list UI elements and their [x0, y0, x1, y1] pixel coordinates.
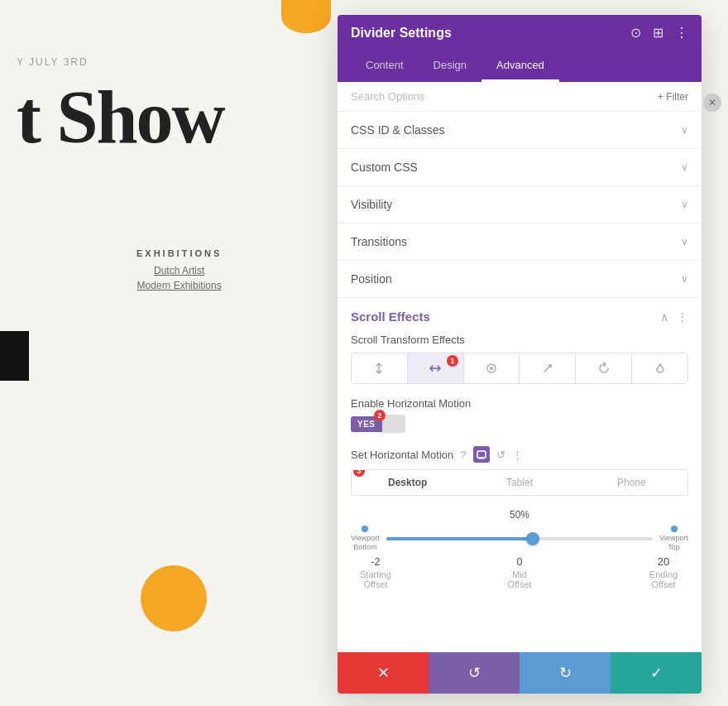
transform-skew-btn[interactable]	[520, 353, 576, 383]
toggle-wrapper: YES 2	[351, 415, 688, 433]
panel-footer: ✕ ↺ ↻ ✓	[338, 652, 702, 694]
ending-offset-label: EndingOffset	[639, 569, 688, 589]
accordion-custom-css-label: Custom CSS	[351, 161, 418, 174]
scroll-effects-more-icon[interactable]: ⋮	[677, 310, 688, 324]
slider-track[interactable]	[386, 537, 653, 540]
badge-2: 2	[374, 410, 386, 421]
bg-title: t Show	[17, 74, 224, 160]
more-options-icon[interactable]: ⋮	[675, 25, 688, 41]
accordion-position-label: Position	[351, 272, 392, 286]
offset-labels: -2 StartingOffset 0 MidOffset 20 EndingO…	[351, 555, 688, 589]
transform-icons-row: 1	[351, 353, 688, 384]
enable-horizontal-motion-row: Enable Horizontal Motion YES 2	[338, 394, 702, 441]
set-motion-more-icon[interactable]: ⋮	[512, 449, 523, 461]
starting-offset: -2 StartingOffset	[351, 555, 400, 589]
viewport-bottom-dot	[362, 526, 368, 532]
transform-rotate-btn[interactable]	[576, 353, 632, 383]
toggle-no[interactable]	[382, 415, 405, 433]
accordion-transitions: Transitions ∨	[338, 223, 702, 261]
target-icon[interactable]: ⊙	[630, 25, 641, 41]
bg-black-rect	[0, 331, 29, 381]
chevron-down-icon-3: ∨	[681, 199, 688, 210]
panel-header: Divider Settings ⊙ ⊞ ⋮	[338, 15, 702, 50]
bg-exhibitions: EXHIBITIONS Dutch Artist Modern Exhibiti…	[136, 248, 222, 295]
link-modern-exhibitions[interactable]: Modern Exhibitions	[136, 280, 222, 291]
bg-date: Y JULY 3RD	[17, 56, 89, 68]
mid-offset: 0 MidOffset	[495, 555, 544, 589]
set-horizontal-motion-label: Set Horizontal Motion	[351, 449, 453, 461]
panel-close-button[interactable]: ✕	[703, 94, 721, 112]
ending-offset: 20 EndingOffset	[639, 555, 688, 589]
transform-horizontal-btn[interactable]: 1	[408, 353, 464, 383]
cancel-button[interactable]: ✕	[338, 652, 429, 694]
accordion-css-id-label: CSS ID & Classes	[351, 123, 445, 137]
slider-percent-label: 50%	[351, 509, 688, 521]
transform-effects-label: Scroll Transform Effects	[338, 330, 702, 353]
ending-offset-value: 20	[639, 555, 688, 568]
enable-horizontal-motion-label: Enable Horizontal Motion	[351, 397, 688, 410]
slider-fill	[386, 537, 533, 540]
save-button[interactable]: ✓	[611, 652, 702, 694]
help-icon[interactable]: ?	[460, 449, 466, 461]
slider-area: 50% ViewportBottom ViewportTop -2	[338, 506, 702, 603]
search-row: Search Options + Filter	[338, 82, 702, 112]
set-motion-device-btn[interactable]	[473, 446, 490, 463]
tab-phone[interactable]: Phone	[576, 470, 687, 495]
orange-circle-decoration	[141, 565, 207, 632]
undo-icon: ↺	[468, 664, 481, 682]
divider-settings-panel: Divider Settings ⊙ ⊞ ⋮ Content Design Ad…	[338, 15, 702, 694]
filter-button[interactable]: + Filter	[658, 91, 688, 103]
slider-thumb[interactable]	[526, 532, 539, 545]
columns-icon[interactable]: ⊞	[653, 25, 663, 41]
panel-header-icons: ⊙ ⊞ ⋮	[630, 25, 688, 41]
undo-button[interactable]: ↺	[429, 652, 520, 694]
orange-top-decoration	[281, 0, 331, 33]
cancel-icon: ✕	[377, 664, 390, 682]
accordion-visibility-label: Visibility	[351, 198, 392, 211]
accordion-visibility-header[interactable]: Visibility ∨	[338, 186, 702, 223]
badge-1: 1	[447, 355, 458, 367]
accordion-transitions-header[interactable]: Transitions ∨	[338, 223, 702, 260]
scroll-effects-header-icons: ∧ ⋮	[660, 310, 688, 324]
viewport-bottom-label: ViewportBottom	[351, 534, 380, 552]
chevron-down-icon-2: ∨	[681, 161, 688, 173]
viewport-top-label: ViewportTop	[659, 534, 688, 552]
tab-advanced[interactable]: Advanced	[481, 50, 559, 82]
tab-content[interactable]: Content	[351, 50, 419, 82]
accordion-custom-css-header[interactable]: Custom CSS ∨	[338, 149, 702, 185]
transform-opacity-btn[interactable]	[632, 353, 687, 383]
search-options-label: Search Options	[351, 90, 425, 103]
accordion-transitions-label: Transitions	[351, 235, 407, 248]
accordion-position-header[interactable]: Position ∨	[338, 261, 702, 297]
tab-desktop[interactable]: Desktop	[352, 470, 463, 495]
mid-offset-value: 0	[495, 555, 544, 568]
panel-title: Divider Settings	[351, 26, 452, 41]
accordion-position: Position ∨	[338, 261, 702, 298]
transform-scale-btn[interactable]	[464, 353, 520, 383]
scroll-effects-header: Scroll Effects ∧ ⋮	[338, 298, 702, 330]
device-tabs: 3 Desktop Tablet Phone	[351, 469, 688, 496]
tab-design[interactable]: Design	[419, 50, 481, 82]
redo-button[interactable]: ↻	[520, 652, 611, 694]
scroll-effects-title: Scroll Effects	[351, 310, 430, 324]
chevron-down-icon: ∨	[681, 124, 688, 136]
redo-icon: ↻	[559, 664, 572, 682]
accordion-css-id-header[interactable]: CSS ID & Classes ∨	[338, 112, 702, 148]
exhibitions-heading: EXHIBITIONS	[136, 248, 222, 258]
save-icon: ✓	[650, 664, 663, 682]
slider-row: ViewportBottom ViewportTop	[351, 526, 688, 552]
scroll-effects-section: Scroll Effects ∧ ⋮ Scroll Transform Effe…	[338, 298, 702, 652]
transform-vertical-btn[interactable]	[352, 353, 408, 383]
collapse-icon[interactable]: ∧	[660, 310, 668, 324]
reset-icon[interactable]: ↺	[496, 449, 505, 461]
link-dutch-artist[interactable]: Dutch Artist	[136, 265, 222, 276]
tab-tablet[interactable]: Tablet	[463, 470, 575, 495]
accordion-custom-css: Custom CSS ∨	[338, 149, 702, 186]
viewport-top-dot	[671, 526, 678, 532]
starting-offset-value: -2	[351, 555, 400, 568]
svg-rect-2	[477, 451, 486, 458]
mid-offset-label: MidOffset	[495, 569, 544, 589]
chevron-down-icon-5: ∨	[681, 273, 688, 285]
chevron-down-icon-4: ∨	[681, 236, 688, 247]
accordion-css-id: CSS ID & Classes ∨	[338, 112, 702, 149]
